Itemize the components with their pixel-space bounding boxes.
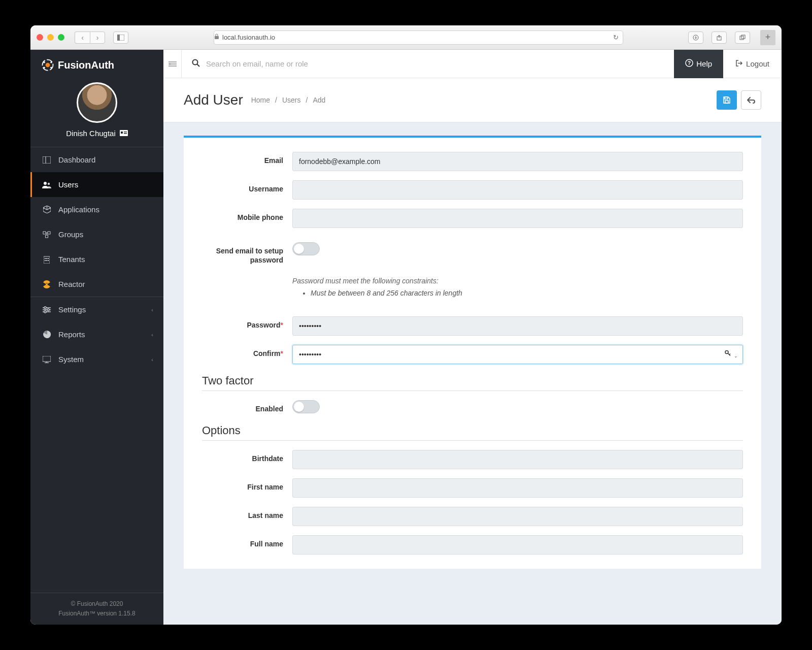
search-input[interactable] — [206, 59, 664, 68]
password-constraints: Must be between 8 and 256 characters in … — [292, 289, 743, 297]
groups-icon — [42, 231, 51, 238]
sidebar-item-users[interactable]: Users — [30, 172, 163, 197]
password-hint-row: Password must meet the following constra… — [202, 277, 743, 307]
full-name-input[interactable] — [292, 535, 743, 555]
url-bar[interactable]: local.fusionauth.io ↻ — [214, 30, 623, 45]
field-full-name: Full name — [202, 535, 743, 555]
svg-point-46 — [193, 59, 198, 64]
first-name-input[interactable] — [292, 478, 743, 498]
sidebar-item-reactor[interactable]: Reactor — [30, 272, 163, 297]
confirm-input[interactable] — [292, 345, 743, 364]
lock-icon — [214, 34, 219, 41]
svg-text:?: ? — [688, 60, 691, 66]
search-icon — [192, 59, 200, 69]
sidebar-item-system[interactable]: System ‹ — [30, 347, 163, 372]
field-email: Email — [202, 152, 743, 171]
back-button[interactable]: ‹ — [75, 31, 90, 44]
sidebar-item-dashboard[interactable]: Dashboard — [30, 147, 163, 172]
svg-point-9 — [43, 61, 45, 63]
close-window-button[interactable] — [37, 34, 43, 41]
reactor-icon — [42, 280, 51, 288]
tabs-icon[interactable] — [735, 31, 750, 44]
sidebar-item-tenants[interactable]: Tenants — [30, 247, 163, 272]
sidebar-item-applications[interactable]: Applications — [30, 197, 163, 222]
downloads-icon[interactable] — [688, 31, 703, 44]
sidebar-item-groups[interactable]: Groups — [30, 222, 163, 247]
nav-buttons: ‹ › — [75, 31, 105, 44]
svg-point-20 — [48, 182, 50, 184]
new-tab-button[interactable]: + — [760, 30, 775, 45]
username-input[interactable] — [292, 180, 743, 200]
page-header: Add User Home / Users / Add — [163, 78, 782, 122]
content: Email Username Mobile phone — [163, 122, 782, 625]
page-title: Add User — [184, 92, 243, 108]
chevron-left-icon: ‹ — [151, 332, 153, 338]
options-heading: Options — [202, 424, 743, 441]
email-input[interactable] — [292, 152, 743, 171]
sidebar-item-settings[interactable]: Settings ‹ — [30, 297, 163, 322]
svg-point-11 — [43, 67, 45, 69]
footer-version: FusionAuth™ version 1.15.8 — [37, 609, 157, 619]
breadcrumb-item[interactable]: Home — [251, 96, 270, 104]
svg-line-47 — [197, 64, 200, 67]
svg-rect-1 — [117, 35, 120, 41]
password-hint: Password must meet the following constra… — [292, 277, 743, 285]
browser-window: ‹ › local.fusionauth.io ↻ + — [30, 25, 782, 625]
svg-point-12 — [50, 67, 52, 69]
label-full-name: Full name — [202, 535, 292, 548]
send-email-toggle[interactable] — [292, 242, 320, 255]
sidebar-item-label: Users — [58, 180, 78, 189]
field-password: Password* — [202, 316, 743, 336]
birthdate-input[interactable] — [292, 450, 743, 469]
field-first-name: First name — [202, 478, 743, 498]
two-factor-heading: Two factor — [202, 374, 743, 391]
field-birthdate: Birthdate — [202, 450, 743, 469]
svg-line-54 — [729, 354, 730, 355]
field-username: Username — [202, 180, 743, 200]
svg-point-8 — [46, 63, 50, 68]
browser-chrome: ‹ › local.fusionauth.io ↻ + — [30, 25, 782, 50]
search-area — [182, 59, 674, 69]
chevron-left-icon: ‹ — [151, 356, 153, 363]
logo-text: FusionAuth — [58, 59, 114, 71]
label-enabled: Enabled — [202, 400, 292, 413]
last-name-input[interactable] — [292, 507, 743, 526]
two-factor-toggle[interactable] — [292, 400, 320, 413]
svg-rect-32 — [48, 260, 49, 261]
password-input[interactable] — [292, 316, 743, 336]
sidebar-item-label: Dashboard — [58, 155, 95, 164]
back-button[interactable] — [741, 90, 761, 110]
collapse-sidebar-button[interactable] — [163, 50, 182, 78]
sidebar-footer: © FusionAuth 2020 FusionAuth™ version 1.… — [30, 593, 163, 625]
label-first-name: First name — [202, 478, 292, 492]
avatar[interactable] — [77, 82, 117, 123]
dashboard-icon — [42, 156, 51, 164]
minimize-window-button[interactable] — [47, 34, 54, 41]
chevron-left-icon: ‹ — [151, 307, 153, 313]
sidebar-toggle[interactable] — [113, 31, 128, 44]
field-last-name: Last name — [202, 507, 743, 526]
help-button[interactable]: ? Help — [674, 50, 723, 78]
reports-icon — [42, 331, 51, 338]
svg-rect-31 — [46, 260, 47, 261]
breadcrumb-item[interactable]: Users — [282, 96, 301, 104]
mobile-input[interactable] — [292, 209, 743, 228]
logo-mark-icon — [41, 58, 55, 72]
logo: FusionAuth — [30, 50, 163, 76]
password-key-icon[interactable]: ⌄ — [725, 350, 738, 359]
sidebar-item-label: Applications — [58, 205, 99, 214]
forward-button[interactable]: › — [90, 31, 105, 44]
svg-point-39 — [44, 311, 46, 313]
id-card-icon[interactable] — [120, 129, 128, 138]
field-enabled: Enabled — [202, 400, 743, 413]
svg-point-37 — [44, 307, 46, 309]
maximize-window-button[interactable] — [58, 34, 64, 41]
sidebar-item-reports[interactable]: Reports ‹ — [30, 322, 163, 347]
reload-icon[interactable]: ↻ — [613, 34, 619, 41]
svg-point-19 — [44, 182, 47, 185]
chrome-right: + — [688, 30, 775, 45]
save-button[interactable] — [717, 90, 737, 110]
share-icon[interactable] — [712, 31, 727, 44]
field-confirm: Confirm* ⌄ — [202, 345, 743, 364]
logout-button[interactable]: Logout — [723, 50, 782, 78]
